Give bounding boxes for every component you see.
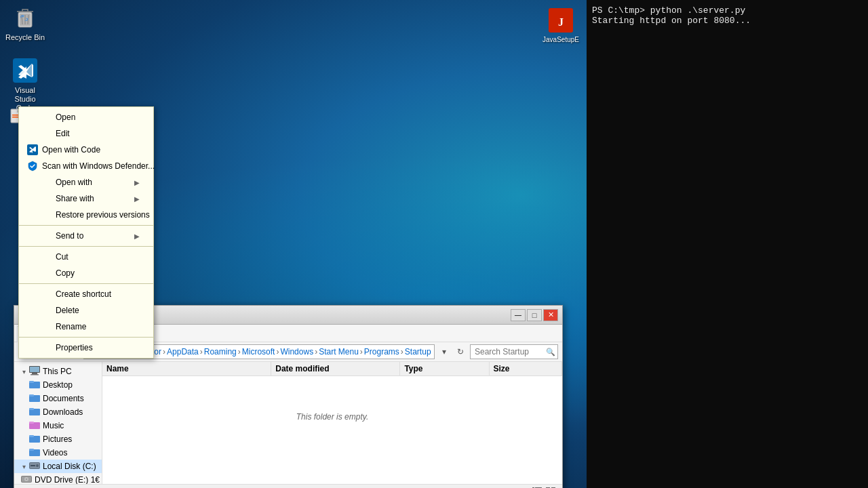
breadcrumb-sep-2: › (163, 347, 165, 357)
menu-separator-2 (19, 246, 153, 247)
menu-item-send-to[interactable]: Send to ▶ (19, 228, 153, 244)
breadcrumb-sep-8: › (401, 347, 403, 357)
menu-restore-label: Restore previous versions (56, 210, 150, 220)
address-dropdown-button[interactable]: ▾ (437, 345, 451, 359)
menu-copy-icon (39, 268, 53, 279)
menu-edit-label: Edit (56, 129, 140, 138)
menu-share-with-arrow: ▶ (134, 195, 140, 203)
breadcrumb-part-4[interactable]: Roaming (204, 347, 237, 357)
sidebar-item-downloads[interactable]: Downloads (14, 405, 102, 419)
vscode-image (12, 57, 39, 84)
menu-share-with-icon (39, 193, 53, 204)
menu-create-shortcut-label: Create shortcut (56, 289, 140, 299)
menu-open-code-icon (26, 144, 39, 155)
menu-separator-1 (19, 225, 153, 226)
menu-item-open-with[interactable]: Open with ▶ (19, 174, 153, 190)
explorer-sidebar[interactable]: ▾ This PC Desktop (14, 362, 102, 484)
menu-open-with-icon (39, 177, 53, 188)
col-header-date[interactable]: Date modified (271, 362, 400, 375)
svg-rect-16 (31, 374, 39, 375)
menu-properties-icon (39, 342, 53, 353)
menu-item-rename[interactable]: Rename (19, 319, 153, 335)
view-details-button[interactable] (531, 486, 543, 489)
sidebar-label-this-pc: This PC (43, 367, 72, 376)
menu-scan-label: Scan with Windows Defender... (42, 161, 155, 171)
menu-restore-icon (39, 209, 53, 220)
java-setup-icon[interactable]: J JavaSetupE (537, 4, 585, 47)
minimize-button[interactable]: ─ (511, 309, 526, 321)
menu-open-label: Open (56, 113, 140, 122)
menu-item-properties[interactable]: Properties (19, 340, 153, 356)
breadcrumb-part-9[interactable]: Startup (405, 347, 431, 357)
breadcrumb-part-7[interactable]: Start Menu (319, 347, 359, 357)
refresh-button[interactable]: ↻ (454, 345, 467, 359)
breadcrumb-part-8[interactable]: Programs (364, 347, 399, 357)
menu-item-cut[interactable]: Cut (19, 249, 153, 265)
menu-item-edit[interactable]: Edit (19, 125, 153, 142)
menu-item-restore[interactable]: Restore previous versions (19, 207, 153, 223)
col-header-type[interactable]: Type (400, 362, 489, 375)
sidebar-label-dvd: DVD Drive (E:) 1€ (35, 475, 100, 484)
menu-send-to-icon (39, 230, 53, 241)
menu-open-code-label: Open with Code (42, 145, 140, 155)
sidebar-item-dvd-drive[interactable]: DVD Drive (E:) 1€ (14, 473, 102, 484)
svg-rect-18 (29, 381, 34, 383)
menu-copy-label: Copy (56, 268, 140, 278)
svg-rect-32 (31, 465, 35, 466)
sidebar-item-documents[interactable]: Documents (14, 392, 102, 405)
svg-rect-22 (29, 408, 34, 410)
menu-cut-icon (39, 251, 53, 262)
col-header-name[interactable]: Name (102, 362, 271, 375)
desktop: Recycle Bin Visual StudioCode J JavaSetu… (0, 0, 868, 488)
pc-icon (29, 366, 40, 377)
col-header-size[interactable]: Size (490, 362, 562, 375)
menu-open-with-arrow: ▶ (134, 179, 140, 186)
sidebar-label-music: Music (43, 421, 64, 430)
status-view-icons (531, 486, 557, 489)
menu-item-create-shortcut[interactable]: Create shortcut (19, 286, 153, 302)
search-input[interactable] (470, 344, 558, 359)
menu-send-to-label: Send to (56, 231, 134, 241)
close-button[interactable]: ✕ (543, 309, 558, 321)
svg-text:J: J (558, 16, 564, 28)
local-disk-icon (29, 461, 40, 472)
menu-delete-icon (39, 305, 53, 316)
documents-folder-icon (29, 393, 40, 404)
menu-separator-3 (19, 283, 153, 284)
sidebar-label-local-disk: Local Disk (C:) (43, 462, 96, 471)
sidebar-item-music[interactable]: Music (14, 419, 102, 432)
menu-item-delete[interactable]: Delete (19, 302, 153, 319)
pictures-folder-icon (29, 434, 40, 445)
sidebar-item-videos[interactable]: Videos (14, 446, 102, 460)
breadcrumb-part-3[interactable]: AppData (167, 347, 199, 357)
menu-send-to-arrow: ▶ (134, 232, 140, 240)
recycle-bin-icon[interactable]: Recycle Bin (1, 1, 49, 45)
maximize-button[interactable]: □ (527, 309, 542, 321)
menu-item-scan-defender[interactable]: Scan with Windows Defender... (19, 158, 153, 174)
svg-rect-28 (29, 449, 34, 451)
tree-expand-pc: ▾ (20, 368, 28, 375)
view-tiles-button[interactable] (545, 486, 557, 489)
recycle-bin-image (12, 4, 39, 31)
breadcrumb-sep-3: › (200, 347, 203, 357)
menu-open-icon (39, 112, 53, 123)
menu-item-open-with-code[interactable]: Open with Code (19, 142, 153, 158)
menu-item-copy[interactable]: Copy (19, 265, 153, 281)
sidebar-item-local-disk-c[interactable]: ▾ Local Disk (C:) (14, 460, 102, 473)
breadcrumb-part-5[interactable]: Microsoft (242, 347, 275, 357)
svg-rect-20 (29, 394, 34, 396)
menu-item-open[interactable]: Open (19, 109, 153, 125)
tree-expand-local-disk: ▾ (20, 463, 28, 470)
sidebar-label-videos: Videos (43, 448, 67, 458)
breadcrumb-part-6[interactable]: Windows (280, 347, 313, 357)
svg-rect-24 (29, 422, 34, 424)
breadcrumb-sep-7: › (360, 347, 363, 357)
sidebar-item-desktop[interactable]: Desktop (14, 378, 102, 392)
sidebar-label-downloads: Downloads (43, 407, 83, 417)
breadcrumb-sep-4: › (238, 347, 241, 357)
menu-item-share-with[interactable]: Share with ▶ (19, 190, 153, 207)
menu-cut-label: Cut (56, 252, 140, 262)
sidebar-item-pictures[interactable]: Pictures (14, 432, 102, 446)
java-setup-image: J (547, 7, 574, 34)
sidebar-item-this-pc[interactable]: ▾ This PC (14, 365, 102, 378)
